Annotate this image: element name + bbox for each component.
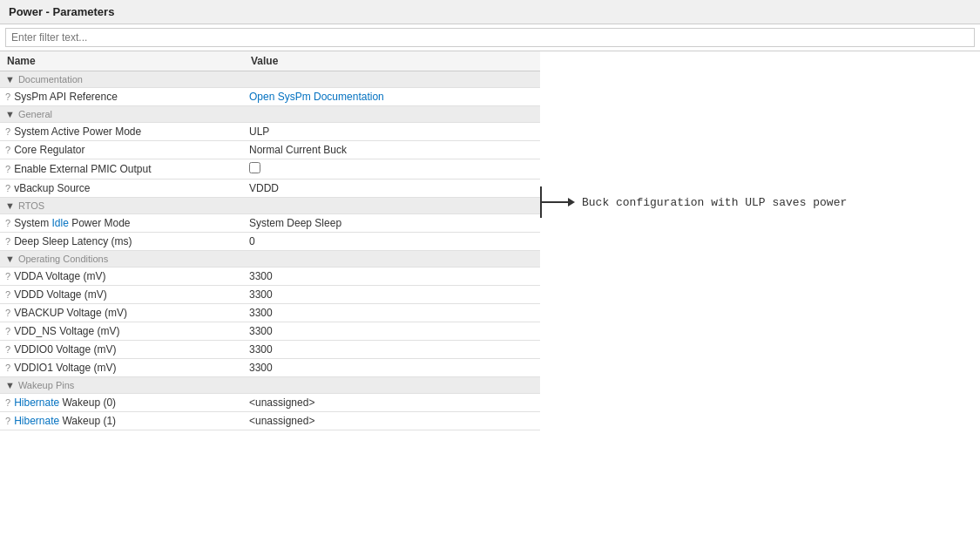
help-icon[interactable]: ? <box>5 344 10 355</box>
param-name-label: SysPm API Reference <box>14 91 118 103</box>
param-name-label: Hibernate Wakeup (0) <box>14 396 116 409</box>
param-name-label: VDD_NS Voltage (mV) <box>14 325 119 337</box>
help-icon[interactable]: ? <box>5 218 10 228</box>
table-row: ?VBACKUP Voltage (mV)3300 <box>0 304 540 322</box>
table-row: ?vBackup SourceVDDD <box>0 180 540 198</box>
help-icon[interactable]: ? <box>5 236 10 247</box>
table-row: ?VDDA Voltage (mV)3300 <box>0 268 540 286</box>
table-row: ?VDDD Voltage (mV)3300 <box>0 286 540 304</box>
help-icon[interactable]: ? <box>5 145 10 155</box>
help-icon[interactable]: ? <box>5 183 10 193</box>
help-icon[interactable]: ? <box>5 362 10 373</box>
value-cell[interactable]: ULP <box>244 123 540 141</box>
filter-bar[interactable] <box>0 24 980 51</box>
params-table-section: Name Value ▼Documentation?SysPm API Refe… <box>0 51 540 430</box>
value-cell[interactable]: 3300 <box>244 341 540 359</box>
table-row: ?Deep Sleep Latency (ms)0 <box>0 233 540 251</box>
param-name-label: Deep Sleep Latency (ms) <box>14 235 132 247</box>
value-cell[interactable]: 3300 <box>244 268 540 286</box>
help-icon[interactable]: ? <box>5 326 10 336</box>
section-general[interactable]: ▼General <box>0 106 540 123</box>
param-name-label: System Idle Power Mode <box>14 217 130 229</box>
table-row: ?VDD_NS Voltage (mV)3300 <box>0 322 540 341</box>
table-header: Name Value <box>0 51 540 71</box>
col-value-header: Value <box>244 51 540 71</box>
table-row: ?Hibernate Wakeup (1)<unassigned> <box>0 412 540 430</box>
value-cell[interactable]: Normal Current Buck <box>244 141 540 159</box>
window-title: Power - Parameters <box>0 0 980 24</box>
param-name-label: VDDD Voltage (mV) <box>14 288 107 301</box>
col-name-header: Name <box>0 51 244 71</box>
caret-icon: ▼ <box>5 109 15 119</box>
param-name-label: Hibernate Wakeup (1) <box>14 415 116 427</box>
value-cell[interactable]: VDDD <box>244 180 540 198</box>
section-documentation[interactable]: ▼Documentation <box>0 71 540 88</box>
table-row: ?SysPm API ReferenceOpen SysPm Documenta… <box>0 88 540 106</box>
section-wakeup_pins[interactable]: ▼Wakeup Pins <box>0 377 540 394</box>
value-cell[interactable]: 3300 <box>244 322 540 341</box>
value-cell[interactable]: 3300 <box>244 286 540 304</box>
table-row: ?Hibernate Wakeup (0)<unassigned> <box>0 394 540 412</box>
param-name-label: vBackup Source <box>14 182 90 194</box>
section-rtos[interactable]: ▼RTOS <box>0 198 540 214</box>
param-name-label: VDDIO1 Voltage (mV) <box>14 362 116 374</box>
annotation-section: Buck configuration with ULP saves power <box>540 51 980 430</box>
arrow-icon <box>568 198 575 207</box>
caret-icon: ▼ <box>5 200 15 211</box>
table-row: ?VDDIO0 Voltage (mV)3300 <box>0 341 540 359</box>
horizontal-line <box>542 201 568 203</box>
param-name-label: VBACKUP Voltage (mV) <box>14 307 127 319</box>
help-icon[interactable]: ? <box>5 416 10 426</box>
caret-icon: ▼ <box>5 254 15 264</box>
param-name-label: VDDA Voltage (mV) <box>14 270 105 282</box>
help-icon[interactable]: ? <box>5 126 10 137</box>
param-name-label: Enable External PMIC Output <box>14 163 151 175</box>
section-operating_conditions[interactable]: ▼Operating Conditions <box>0 251 540 268</box>
param-name-label: VDDIO0 Voltage (mV) <box>14 343 116 356</box>
value-cell[interactable]: <unassigned> <box>244 394 540 412</box>
table-row: ?System Active Power ModeULP <box>0 123 540 141</box>
table-row: ?Core RegulatorNormal Current Buck <box>0 141 540 159</box>
value-cell[interactable]: 3300 <box>244 304 540 322</box>
value-cell[interactable]: 3300 <box>244 359 540 377</box>
caret-icon: ▼ <box>5 380 15 390</box>
help-icon[interactable]: ? <box>5 271 10 281</box>
help-icon[interactable]: ? <box>5 91 10 102</box>
checkbox-input[interactable] <box>249 162 260 173</box>
filter-input[interactable] <box>5 28 975 47</box>
param-name-label: System Active Power Mode <box>14 125 141 138</box>
help-icon[interactable]: ? <box>5 397 10 408</box>
annotation-line: Buck configuration with ULP saves power <box>540 186 847 218</box>
caret-icon: ▼ <box>5 74 15 85</box>
value-cell[interactable]: System Deep Sleep <box>244 214 540 233</box>
help-icon[interactable]: ? <box>5 308 10 318</box>
params-table: Name Value ▼Documentation?SysPm API Refe… <box>0 51 540 430</box>
param-name-label: Core Regulator <box>14 144 84 156</box>
table-row: ?Enable External PMIC Output <box>0 159 540 180</box>
value-cell[interactable]: <unassigned> <box>244 412 540 430</box>
table-row: ?System Idle Power ModeSystem Deep Sleep <box>0 214 540 233</box>
value-cell[interactable]: 0 <box>244 233 540 251</box>
help-icon[interactable]: ? <box>5 164 10 174</box>
table-row: ?VDDIO1 Voltage (mV)3300 <box>0 359 540 377</box>
link-value[interactable]: Open SysPm Documentation <box>249 91 384 103</box>
annotation-text: Buck configuration with ULP saves power <box>582 196 847 209</box>
help-icon[interactable]: ? <box>5 289 10 300</box>
